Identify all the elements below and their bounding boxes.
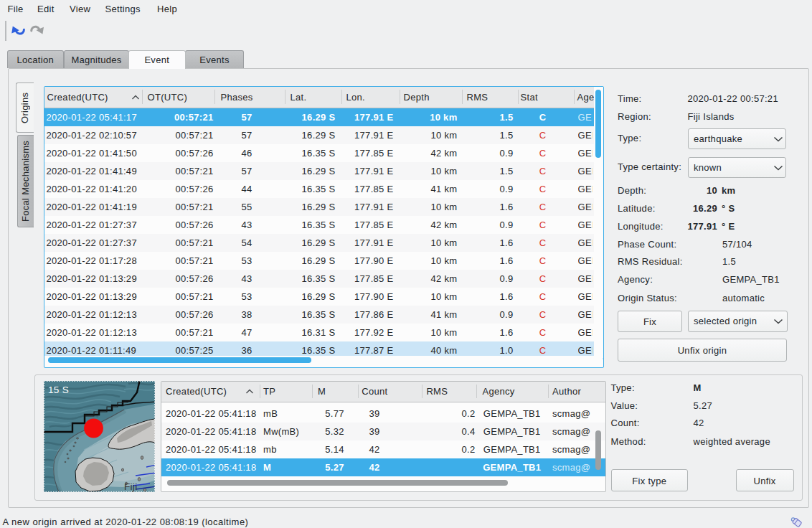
svg-text:Fiji: Fiji [124, 481, 137, 492]
svg-text:15 S: 15 S [48, 385, 69, 395]
